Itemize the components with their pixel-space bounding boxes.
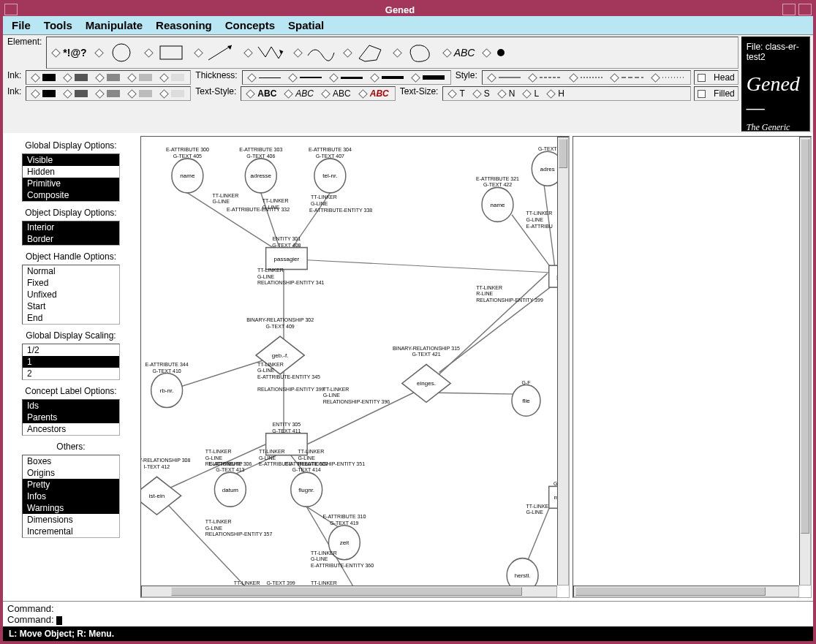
menu-tools[interactable]: Tools [44, 19, 72, 31]
linestyle-option[interactable] [526, 75, 564, 81]
node-top-label: E-ATTRIBUTE 310 [322, 514, 366, 519]
head-toggle[interactable]: Head [694, 70, 738, 85]
node-label: tel-nr. [322, 173, 337, 179]
option-item[interactable]: Warnings [23, 502, 119, 514]
thickness-option[interactable] [246, 75, 284, 81]
menu-file[interactable]: File [12, 19, 31, 31]
option-item[interactable]: Origins [23, 467, 119, 479]
option-item[interactable]: 2 [23, 368, 119, 379]
option-item[interactable]: Normal [23, 265, 119, 277]
svg-rect-1 [160, 46, 182, 59]
ink-swatch[interactable] [94, 90, 123, 97]
thickness-option[interactable] [369, 75, 407, 81]
node-top-label: BINARY-RELATIONSHIP 302 [246, 317, 314, 322]
option-list: BoxesOriginsPrettyInfosWarningsDimension… [22, 455, 120, 538]
thickness-palette [242, 70, 451, 85]
option-item[interactable]: Boxes [23, 455, 119, 467]
node-top-label: BINARY-RELATIONSHIP 315 [393, 346, 460, 351]
ink-swatch[interactable] [29, 74, 58, 81]
linestyle-option[interactable] [608, 75, 646, 81]
textstyle-option[interactable]: ABC [282, 88, 317, 99]
textsize-option[interactable]: N [496, 88, 518, 99]
scrollbar-horizontal[interactable] [141, 586, 557, 597]
option-item[interactable]: Interior [23, 221, 119, 233]
node-id-label: G-TEXT 408 [272, 243, 301, 248]
menu-manipulate[interactable]: Manipulate [86, 19, 143, 31]
menu-spatial[interactable]: Spatial [288, 19, 324, 31]
thickness-option[interactable] [328, 75, 366, 81]
ink-swatch[interactable] [61, 90, 91, 97]
thickness-option[interactable] [287, 75, 325, 81]
option-list: InteriorBorder [22, 221, 120, 246]
menu-concepts[interactable]: Concepts [225, 19, 275, 31]
node-label: einges. [417, 380, 436, 387]
edge-annotation: G-LINE [205, 455, 222, 461]
textstyle-option[interactable]: ABC [244, 88, 279, 99]
maximize-icon[interactable] [798, 4, 812, 15]
textsize-option[interactable]: H [545, 88, 567, 99]
ink-swatch[interactable] [29, 90, 58, 97]
element-arrow[interactable] [192, 42, 239, 63]
secondary-canvas[interactable] [573, 136, 812, 598]
linestyle-option[interactable] [567, 75, 605, 81]
ink-swatch[interactable] [158, 74, 187, 81]
element-circle[interactable] [93, 42, 140, 63]
edge-annotation: RELATIONSHIP-ENTITY 351 [298, 461, 366, 466]
node-label: herstl. [515, 572, 531, 579]
ink-swatch[interactable] [126, 90, 155, 97]
element-blob[interactable] [391, 42, 438, 63]
option-item[interactable]: Incremental [23, 526, 119, 537]
element-polygon[interactable] [341, 42, 388, 63]
node-id-label: G-TEXT 421 [412, 352, 440, 357]
option-item[interactable]: Ids [23, 400, 119, 412]
option-item[interactable]: Dimensions [23, 514, 119, 526]
linestyle-option[interactable] [486, 75, 524, 81]
section-title: Others: [7, 442, 135, 452]
element-dot[interactable] [480, 42, 511, 63]
ink-swatch[interactable] [126, 74, 155, 81]
ink-swatch[interactable] [158, 90, 187, 97]
option-item[interactable]: End [23, 312, 119, 324]
element-zigzag[interactable] [242, 42, 289, 63]
option-item[interactable]: 1 [23, 356, 119, 368]
textsize-option[interactable]: T [446, 88, 467, 99]
option-item[interactable]: Infos [23, 490, 119, 502]
option-item[interactable]: Visible [23, 154, 119, 166]
option-item[interactable]: Border [23, 233, 119, 245]
minimize-icon[interactable] [782, 4, 796, 15]
title-bar: Gened [3, 3, 813, 16]
option-item[interactable]: Composite [23, 189, 119, 201]
textsize-option[interactable]: S [471, 88, 493, 99]
option-item[interactable]: Pretty [23, 479, 119, 490]
option-item[interactable]: Fixed [23, 277, 119, 289]
ink-swatch[interactable] [94, 74, 123, 81]
textsize-option[interactable]: L [521, 88, 542, 99]
filled-toggle[interactable]: Filled [694, 86, 738, 101]
window-title: Gened [19, 4, 781, 15]
ink-palette-2 [26, 86, 191, 101]
scrollbar-vertical[interactable] [799, 137, 811, 586]
option-item[interactable]: Primitive [23, 178, 119, 189]
element-curve[interactable] [292, 42, 339, 63]
thickness-option[interactable] [409, 75, 447, 81]
element-rect[interactable] [143, 42, 189, 63]
ink-swatch[interactable] [61, 74, 91, 81]
option-item[interactable]: Start [23, 300, 119, 312]
element-text[interactable]: *!@? [50, 47, 89, 58]
node-id-label: G-TEXT 410 [153, 368, 181, 374]
option-item[interactable]: Unfixed [23, 289, 119, 300]
textstyle-option[interactable]: ABC [320, 88, 354, 99]
option-item[interactable]: Parents [23, 412, 119, 423]
option-item[interactable]: Hidden [23, 166, 119, 178]
sysmenu-icon[interactable] [4, 4, 18, 15]
menu-reasoning[interactable]: Reasoning [156, 19, 212, 31]
option-item[interactable]: Ancestors [23, 423, 119, 435]
textstyle-option[interactable]: ABC [357, 88, 392, 99]
scrollbar-horizontal[interactable] [573, 586, 799, 597]
scrollbar-vertical[interactable] [557, 137, 569, 586]
linestyle-option[interactable] [649, 75, 687, 81]
option-item[interactable]: 1/2 [23, 344, 119, 356]
element-abc[interactable]: ABC [441, 47, 478, 58]
node-top-label: E-ATTRIBUTE 300 [166, 147, 209, 152]
main-canvas[interactable]: nameE-ATTRIBUTE 300G-TEXT 405adresseE-AT… [140, 136, 570, 598]
